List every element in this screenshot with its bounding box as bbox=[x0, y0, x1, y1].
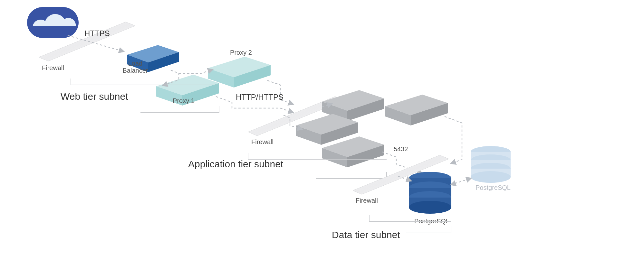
data-subnet-label: Data tier subnet bbox=[332, 229, 400, 240]
svg-point-14 bbox=[409, 201, 451, 214]
proxy1-label: Proxy 1 bbox=[173, 97, 195, 104]
protocol-http-https-label: HTTP/HTTPS bbox=[236, 93, 284, 101]
cloud-icon bbox=[27, 7, 79, 38]
proxy2-label: Proxy 2 bbox=[230, 49, 252, 56]
db-primary: PostgreSQL bbox=[409, 172, 451, 225]
firewall3-label: Firewall bbox=[356, 197, 378, 204]
lb-line2: Balancer bbox=[123, 67, 148, 74]
proxy1-node: Proxy 1 bbox=[156, 75, 219, 106]
arrow-lb-to-proxy2 bbox=[179, 70, 213, 73]
firewall1-label: Firewall bbox=[42, 64, 64, 71]
db-secondary-label: PostgreSQL bbox=[476, 184, 511, 191]
app-subnet-label: Application tier subnet bbox=[188, 159, 284, 169]
proxy2-node: Proxy 2 bbox=[208, 49, 271, 88]
arrow-app2-to-fw3 bbox=[445, 116, 462, 163]
arrow-db-replication bbox=[451, 178, 471, 185]
protocol-https-label: HTTPS bbox=[84, 29, 110, 38]
firewall2-label: Firewall bbox=[251, 138, 274, 145]
svg-point-7 bbox=[471, 171, 511, 183]
app-server-2 bbox=[385, 95, 448, 125]
port-label: 5432 bbox=[394, 145, 408, 153]
db-secondary: PostgreSQL bbox=[471, 146, 511, 191]
load-balancer-node: Load Balancer bbox=[123, 45, 179, 74]
lb-line1: Load bbox=[128, 60, 143, 67]
web-subnet-label: Web tier subnet bbox=[61, 91, 128, 102]
